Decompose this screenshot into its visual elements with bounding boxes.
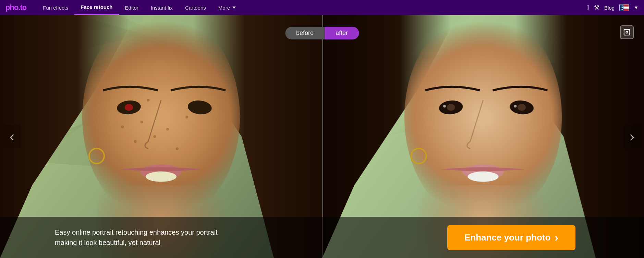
before-button[interactable]: before [285,27,325,39]
svg-rect-0 [624,30,630,35]
ba-toggle: before after [285,27,359,39]
flag-dropdown-arrow[interactable]: ▼ [634,5,639,10]
nav-item-instant-fix[interactable]: Instant fix [145,0,179,15]
enhance-button[interactable]: Enhance your photo › [447,225,575,250]
nav-item-cartoons[interactable]: Cartoons [179,0,212,15]
nav-right:  ⚒ Blog ★★★ ★★★ ★★ ▼ [587,4,639,12]
navbar: pho.to Fun effects Face retouch Editor I… [0,0,644,15]
svg-point-1 [626,31,628,33]
flag-icon[interactable]: ★★★ ★★★ ★★ [619,4,629,11]
prev-arrow[interactable]: ‹ [3,125,21,149]
apple-icon[interactable]:  [587,4,589,12]
blog-link[interactable]: Blog [604,5,615,11]
nav-item-editor[interactable]: Editor [119,0,145,15]
after-button[interactable]: after [325,27,359,39]
next-arrow[interactable]: › [623,125,641,149]
bottom-overlay: Easy online portrait retouching enhances… [0,217,644,258]
description-text: Easy online portrait retouching enhances… [55,227,218,248]
images-container: before after ‹ › [0,15,644,258]
nav-links: Fun effects Face retouch Editor Instant … [37,0,587,15]
more-dropdown-arrow [232,7,236,9]
android-icon[interactable]: ⚒ [594,4,599,11]
nav-item-fun-effects[interactable]: Fun effects [37,0,74,15]
nav-item-more[interactable]: More [212,0,242,15]
logo-text: pho.to [5,3,26,12]
nav-item-face-retouch[interactable]: Face retouch [74,0,119,15]
logo[interactable]: pho.to [5,3,26,12]
screenshot-button[interactable] [620,25,634,39]
main-content: before after ‹ › [0,15,644,258]
